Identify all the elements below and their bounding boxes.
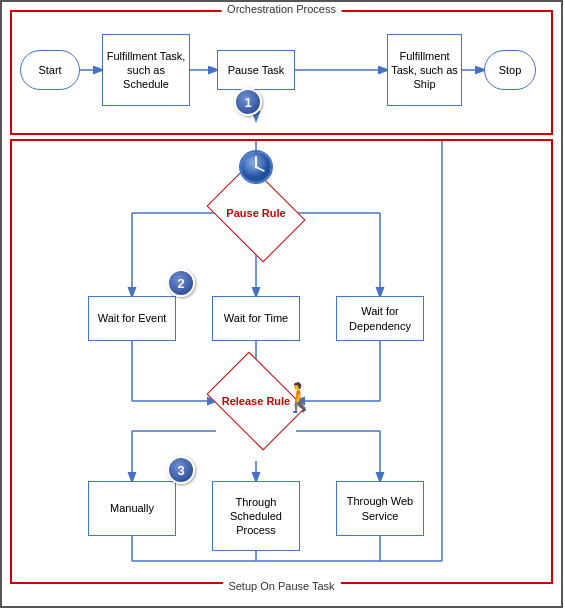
web-service-box: Through Web Service <box>336 481 424 536</box>
orchestration-label: Orchestration Process <box>221 3 342 15</box>
badge-2: 2 <box>167 269 195 297</box>
setup-label: Setup On Pause Task <box>222 580 340 592</box>
start-box: Start <box>20 50 80 90</box>
badge-3: 3 <box>167 456 195 484</box>
wait-time-box: Wait for Time <box>212 296 300 341</box>
manually-box: Manually <box>88 481 176 536</box>
pause-task-box: Pause Task <box>217 50 295 90</box>
figure-icon: 🚶 <box>282 381 317 414</box>
stop-box: Stop <box>484 50 536 90</box>
scheduled-box: Through Scheduled Process <box>212 481 300 551</box>
pause-rule-diamond: Pause Rule <box>216 183 296 243</box>
wait-event-box: Wait for Event <box>88 296 176 341</box>
outer-border: Orchestration Process Start Fu <box>0 0 563 608</box>
fulfillment2-box: Fulfillment Task, such as Ship <box>387 34 462 106</box>
wait-dep-box: Wait for Dependency <box>336 296 424 341</box>
svg-point-31 <box>255 166 258 169</box>
fulfillment1-box: Fulfillment Task, such as Schedule <box>102 34 190 106</box>
badge-1: 1 <box>234 88 262 116</box>
top-section: Orchestration Process Start Fu <box>10 10 553 135</box>
bottom-section: Setup On Pause Task <box>10 139 553 584</box>
clock-icon <box>238 149 274 185</box>
